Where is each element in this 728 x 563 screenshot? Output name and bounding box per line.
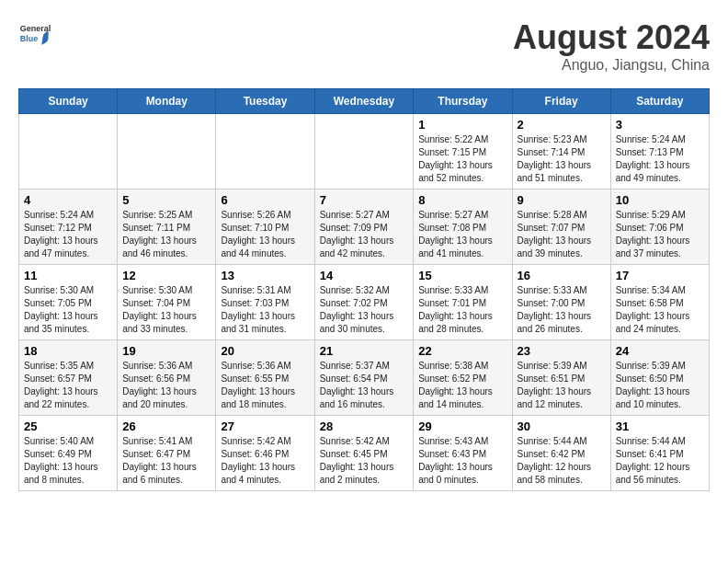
- day-number: 25: [24, 419, 112, 433]
- weekday-saturday: Saturday: [610, 89, 709, 114]
- weekday-wednesday: Wednesday: [314, 89, 414, 114]
- day-info: Sunrise: 5:37 AM Sunset: 6:54 PM Dayligh…: [320, 360, 409, 411]
- day-number: 18: [24, 344, 112, 358]
- day-number: 31: [616, 419, 704, 433]
- calendar-cell: 23Sunrise: 5:39 AM Sunset: 6:51 PM Dayli…: [512, 340, 610, 416]
- day-number: 19: [122, 344, 210, 358]
- svg-text:Blue: Blue: [20, 34, 39, 43]
- day-number: 13: [221, 269, 309, 282]
- day-info: Sunrise: 5:33 AM Sunset: 7:01 PM Dayligh…: [418, 284, 506, 336]
- calendar-table: SundayMondayTuesdayWednesdayThursdayFrid…: [18, 88, 710, 491]
- day-info: Sunrise: 5:39 AM Sunset: 6:50 PM Dayligh…: [616, 360, 704, 411]
- calendar-cell: 8Sunrise: 5:27 AM Sunset: 7:08 PM Daylig…: [414, 190, 512, 265]
- calendar-cell: 30Sunrise: 5:44 AM Sunset: 6:42 PM Dayli…: [512, 416, 610, 491]
- logo: General Blue: [18, 18, 51, 52]
- day-info: Sunrise: 5:26 AM Sunset: 7:10 PM Dayligh…: [221, 209, 309, 260]
- weekday-header-row: SundayMondayTuesdayWednesdayThursdayFrid…: [19, 89, 710, 114]
- calendar-cell: [314, 114, 414, 190]
- day-number: 26: [122, 419, 210, 433]
- calendar-cell: 20Sunrise: 5:36 AM Sunset: 6:55 PM Dayli…: [216, 340, 314, 416]
- calendar-cell: 29Sunrise: 5:43 AM Sunset: 6:43 PM Dayli…: [414, 416, 512, 491]
- day-number: 1: [418, 118, 506, 132]
- day-number: 12: [122, 269, 210, 282]
- calendar-cell: 25Sunrise: 5:40 AM Sunset: 6:49 PM Dayli…: [19, 416, 118, 491]
- page-header: General Blue August 2024 Anguo, Jiangsu,…: [18, 18, 710, 74]
- day-info: Sunrise: 5:42 AM Sunset: 6:46 PM Dayligh…: [221, 435, 309, 487]
- calendar-cell: 2Sunrise: 5:23 AM Sunset: 7:14 PM Daylig…: [512, 114, 610, 190]
- month-title: August 2024: [513, 18, 710, 57]
- day-info: Sunrise: 5:44 AM Sunset: 6:41 PM Dayligh…: [616, 435, 704, 487]
- day-info: Sunrise: 5:38 AM Sunset: 6:52 PM Dayligh…: [418, 360, 506, 411]
- day-info: Sunrise: 5:44 AM Sunset: 6:42 PM Dayligh…: [518, 435, 606, 487]
- day-number: 14: [320, 269, 409, 282]
- day-info: Sunrise: 5:36 AM Sunset: 6:56 PM Dayligh…: [122, 360, 210, 411]
- day-info: Sunrise: 5:28 AM Sunset: 7:07 PM Dayligh…: [518, 209, 606, 260]
- day-info: Sunrise: 5:30 AM Sunset: 7:04 PM Dayligh…: [122, 284, 210, 336]
- day-number: 11: [24, 269, 112, 282]
- calendar-cell: 19Sunrise: 5:36 AM Sunset: 6:56 PM Dayli…: [118, 340, 216, 416]
- day-info: Sunrise: 5:32 AM Sunset: 7:02 PM Dayligh…: [320, 284, 409, 336]
- calendar-cell: [19, 114, 118, 190]
- week-row-4: 18Sunrise: 5:35 AM Sunset: 6:57 PM Dayli…: [19, 340, 710, 416]
- day-number: 24: [616, 344, 704, 358]
- day-info: Sunrise: 5:31 AM Sunset: 7:03 PM Dayligh…: [221, 284, 309, 336]
- calendar-cell: 1Sunrise: 5:22 AM Sunset: 7:15 PM Daylig…: [414, 114, 512, 190]
- calendar-cell: 14Sunrise: 5:32 AM Sunset: 7:02 PM Dayli…: [314, 265, 414, 340]
- day-info: Sunrise: 5:30 AM Sunset: 7:05 PM Dayligh…: [24, 284, 112, 336]
- day-info: Sunrise: 5:40 AM Sunset: 6:49 PM Dayligh…: [24, 435, 112, 487]
- day-number: 22: [418, 344, 506, 358]
- weekday-monday: Monday: [118, 89, 216, 114]
- calendar-cell: 5Sunrise: 5:25 AM Sunset: 7:11 PM Daylig…: [118, 190, 216, 265]
- day-info: Sunrise: 5:33 AM Sunset: 7:00 PM Dayligh…: [518, 284, 606, 336]
- calendar-cell: 31Sunrise: 5:44 AM Sunset: 6:41 PM Dayli…: [610, 416, 709, 491]
- day-number: 27: [221, 419, 309, 433]
- calendar-cell: 17Sunrise: 5:34 AM Sunset: 6:58 PM Dayli…: [610, 265, 709, 340]
- day-number: 29: [418, 419, 506, 433]
- calendar-cell: 26Sunrise: 5:41 AM Sunset: 6:47 PM Dayli…: [118, 416, 216, 491]
- calendar-cell: 10Sunrise: 5:29 AM Sunset: 7:06 PM Dayli…: [610, 190, 709, 265]
- day-number: 23: [518, 344, 606, 358]
- calendar-cell: 9Sunrise: 5:28 AM Sunset: 7:07 PM Daylig…: [512, 190, 610, 265]
- weekday-thursday: Thursday: [414, 89, 512, 114]
- calendar-cell: [216, 114, 314, 190]
- day-info: Sunrise: 5:24 AM Sunset: 7:13 PM Dayligh…: [616, 133, 704, 185]
- day-info: Sunrise: 5:29 AM Sunset: 7:06 PM Dayligh…: [616, 209, 704, 260]
- day-info: Sunrise: 5:22 AM Sunset: 7:15 PM Dayligh…: [418, 133, 506, 185]
- weekday-friday: Friday: [512, 89, 610, 114]
- day-info: Sunrise: 5:24 AM Sunset: 7:12 PM Dayligh…: [24, 209, 112, 260]
- calendar-cell: 24Sunrise: 5:39 AM Sunset: 6:50 PM Dayli…: [610, 340, 709, 416]
- day-number: 7: [320, 193, 409, 207]
- week-row-3: 11Sunrise: 5:30 AM Sunset: 7:05 PM Dayli…: [19, 265, 710, 340]
- day-info: Sunrise: 5:27 AM Sunset: 7:09 PM Dayligh…: [320, 209, 409, 260]
- title-area: August 2024 Anguo, Jiangsu, China: [513, 18, 710, 74]
- calendar-cell: 6Sunrise: 5:26 AM Sunset: 7:10 PM Daylig…: [216, 190, 314, 265]
- calendar-cell: 27Sunrise: 5:42 AM Sunset: 6:46 PM Dayli…: [216, 416, 314, 491]
- day-number: 5: [122, 193, 210, 207]
- day-info: Sunrise: 5:35 AM Sunset: 6:57 PM Dayligh…: [24, 360, 112, 411]
- location: Anguo, Jiangsu, China: [513, 57, 710, 74]
- day-info: Sunrise: 5:36 AM Sunset: 6:55 PM Dayligh…: [221, 360, 309, 411]
- weekday-sunday: Sunday: [19, 89, 118, 114]
- calendar-cell: 12Sunrise: 5:30 AM Sunset: 7:04 PM Dayli…: [118, 265, 216, 340]
- day-number: 9: [518, 193, 606, 207]
- day-number: 30: [518, 419, 606, 433]
- day-number: 6: [221, 193, 309, 207]
- day-number: 28: [320, 419, 409, 433]
- week-row-2: 4Sunrise: 5:24 AM Sunset: 7:12 PM Daylig…: [19, 190, 710, 265]
- day-number: 16: [518, 269, 606, 282]
- day-info: Sunrise: 5:23 AM Sunset: 7:14 PM Dayligh…: [518, 133, 606, 185]
- day-number: 3: [616, 118, 704, 132]
- calendar-cell: 16Sunrise: 5:33 AM Sunset: 7:00 PM Dayli…: [512, 265, 610, 340]
- calendar-cell: 15Sunrise: 5:33 AM Sunset: 7:01 PM Dayli…: [414, 265, 512, 340]
- day-info: Sunrise: 5:27 AM Sunset: 7:08 PM Dayligh…: [418, 209, 506, 260]
- day-number: 21: [320, 344, 409, 358]
- weekday-tuesday: Tuesday: [216, 89, 314, 114]
- calendar-cell: 3Sunrise: 5:24 AM Sunset: 7:13 PM Daylig…: [610, 114, 709, 190]
- calendar-cell: 13Sunrise: 5:31 AM Sunset: 7:03 PM Dayli…: [216, 265, 314, 340]
- calendar-cell: 21Sunrise: 5:37 AM Sunset: 6:54 PM Dayli…: [314, 340, 414, 416]
- calendar-cell: 4Sunrise: 5:24 AM Sunset: 7:12 PM Daylig…: [19, 190, 118, 265]
- calendar-cell: [118, 114, 216, 190]
- day-info: Sunrise: 5:39 AM Sunset: 6:51 PM Dayligh…: [518, 360, 606, 411]
- calendar-cell: 7Sunrise: 5:27 AM Sunset: 7:09 PM Daylig…: [314, 190, 414, 265]
- week-row-5: 25Sunrise: 5:40 AM Sunset: 6:49 PM Dayli…: [19, 416, 710, 491]
